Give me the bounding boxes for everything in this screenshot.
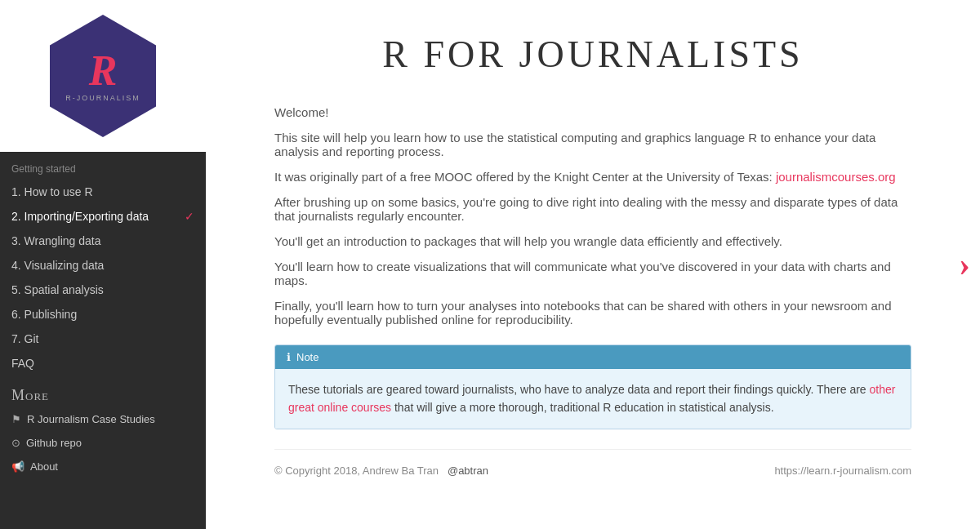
sidebar-nav-label: 5. Spatial analysis (11, 283, 104, 296)
sidebar-item-how-to-use-r[interactable]: 1. How to use R (0, 180, 206, 204)
sidebar-nav-label: 4. Visualizing data (11, 259, 104, 272)
note-body-before: These tutorials are geared toward journa… (288, 383, 870, 396)
logo-sublabel: R-JOURNALISM (65, 94, 140, 102)
sidebar-nav-label: FAQ (11, 357, 34, 370)
about-label: About (30, 460, 58, 473)
note-header: ℹ Note (275, 345, 911, 369)
mooc-text: It was originally part of a free MOOC of… (274, 170, 773, 184)
sidebar-nav-label: 6. Publishing (11, 308, 77, 321)
sidebar-item-about[interactable]: 📢 About (0, 455, 206, 478)
chevron-right-icon: › (959, 247, 970, 282)
active-checkmark: ✓ (185, 210, 194, 223)
github-icon: ⊙ (11, 437, 20, 449)
footer-bar: © Copyright 2018, Andrew Ba Tran @abtran… (274, 449, 911, 477)
mooc-link[interactable]: journalismcourses.org (776, 170, 896, 184)
paragraph-6: Finally, you'll learn how to turn your a… (274, 299, 911, 327)
logo-hexagon: R R-JOURNALISM (50, 15, 156, 137)
next-page-button[interactable]: › (949, 242, 980, 287)
note-box: ℹ Note These tutorials are geared toward… (274, 345, 911, 429)
sidebar-item-publishing[interactable]: 6. Publishing (0, 302, 206, 327)
welcome-heading: Welcome! (274, 105, 911, 119)
copyright-text: © Copyright 2018, Andrew Ba Tran (274, 465, 439, 477)
case-studies-label: R Journalism Case Studies (27, 413, 155, 425)
more-section-label: More (0, 376, 206, 407)
paragraph-mooc: It was originally part of a free MOOC of… (274, 170, 911, 184)
footer-left: © Copyright 2018, Andrew Ba Tran @abtran (274, 465, 488, 477)
sidebar-item-spatial-analysis[interactable]: 5. Spatial analysis (0, 278, 206, 302)
note-info-icon: ℹ (287, 351, 291, 363)
twitter-handle[interactable]: @abtran (448, 465, 488, 477)
sidebar-nav-label: 7. Git (11, 332, 38, 345)
paragraph-4: You'll get an introduction to packages t… (274, 234, 911, 248)
sidebar-item-github-repo[interactable]: ⊙ Github repo (0, 431, 206, 455)
content-section: Welcome! This site will help you learn h… (274, 105, 911, 477)
sidebar-item-wrangling-data[interactable]: 3. Wrangling data (0, 229, 206, 253)
sidebar-nav-label: 2. Importing/Exporting data (11, 210, 149, 223)
sidebar-item-faq[interactable]: FAQ (0, 351, 206, 376)
sidebar: R R-JOURNALISM Getting started 1. How to… (0, 0, 206, 529)
note-body-after: that will give a more thorough, traditio… (391, 401, 773, 414)
note-body: These tutorials are geared toward journa… (275, 369, 911, 429)
logo-letter: R (89, 50, 118, 92)
bookmark-icon: ⚑ (11, 413, 21, 425)
note-header-label: Note (296, 351, 318, 363)
paragraph-1: This site will help you learn how to use… (274, 131, 911, 158)
megaphone-icon: 📢 (11, 460, 24, 473)
sidebar-item-git[interactable]: 7. Git (0, 327, 206, 351)
github-label: Github repo (26, 437, 82, 449)
paragraph-5: You'll learn how to create visualization… (274, 260, 911, 287)
logo-area: R R-JOURNALISM (0, 0, 206, 152)
sidebar-item-visualizing-data[interactable]: 4. Visualizing data (0, 253, 206, 278)
sidebar-item-importing-exporting[interactable]: 2. Importing/Exporting data ✓ (0, 204, 206, 229)
sidebar-nav-label: 3. Wrangling data (11, 234, 100, 247)
footer-site-url: https://learn.r-journalism.com (774, 465, 911, 477)
sidebar-nav-label: 1. How to use R (11, 185, 93, 198)
getting-started-label: Getting started (0, 152, 206, 180)
paragraph-3: After brushing up on some basics, you're… (274, 195, 911, 223)
main-content: R FOR JOURNALISTS Welcome! This site wil… (206, 0, 980, 529)
page-title: R FOR JOURNALISTS (255, 33, 931, 76)
sidebar-item-case-studies[interactable]: ⚑ R Journalism Case Studies (0, 407, 206, 431)
